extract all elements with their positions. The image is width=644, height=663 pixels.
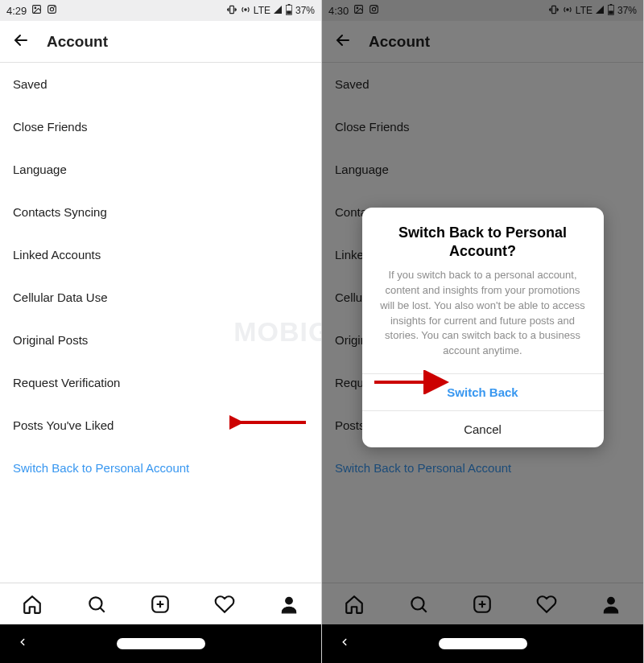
item-switch-back-personal[interactable]: Switch Back to Personal Account	[0, 447, 321, 489]
item-cellular-data-use[interactable]: Cellular Data Use	[0, 276, 321, 319]
android-back-icon[interactable]	[339, 636, 350, 651]
status-bar: 4:29 LTE 37%	[0, 0, 321, 21]
signal-icon	[273, 5, 283, 17]
svg-point-10	[89, 597, 101, 609]
svg-point-1	[35, 7, 36, 9]
item-close-friends[interactable]: Close Friends	[0, 105, 321, 148]
profile-icon[interactable]	[279, 594, 299, 615]
battery-pct: 37%	[295, 5, 315, 16]
image-icon	[31, 4, 42, 17]
svg-point-12	[286, 597, 293, 604]
item-linked-accounts[interactable]: Linked Accounts	[0, 233, 321, 276]
activity-icon[interactable]	[214, 594, 235, 615]
page-title: Account	[47, 33, 108, 51]
item-posts-youve-liked[interactable]: Posts You've Liked	[0, 404, 321, 447]
android-home-pill[interactable]	[117, 638, 205, 649]
confirm-modal: Switch Back to Personal Account? If you …	[362, 208, 604, 447]
item-saved[interactable]: Saved	[0, 63, 321, 105]
item-language[interactable]: Language	[0, 148, 321, 191]
svg-rect-8	[288, 4, 291, 5]
vibrate-icon	[226, 4, 237, 18]
bottom-tab-bar	[0, 583, 321, 624]
modal-switch-back-button[interactable]: Switch Back	[362, 373, 604, 410]
android-back-icon[interactable]	[17, 636, 28, 651]
back-icon[interactable]	[11, 31, 31, 53]
android-nav-bar	[0, 624, 321, 663]
item-request-verification[interactable]: Request Verification	[0, 361, 321, 404]
svg-point-4	[55, 6, 56, 7]
svg-point-6	[245, 8, 246, 10]
svg-point-3	[51, 7, 54, 10]
android-home-pill[interactable]	[439, 638, 527, 649]
instagram-icon	[47, 4, 57, 17]
network-label: LTE	[254, 5, 270, 16]
battery-icon	[285, 4, 293, 18]
svg-rect-9	[287, 10, 291, 14]
search-icon[interactable]	[86, 594, 107, 615]
android-nav-bar	[322, 624, 643, 663]
modal-title: Switch Back to Personal Account?	[362, 208, 604, 265]
item-original-posts[interactable]: Original Posts	[0, 319, 321, 361]
home-icon[interactable]	[22, 594, 43, 615]
screenshot-left: 4:29 LTE 37%	[0, 0, 322, 663]
item-contacts-syncing[interactable]: Contacts Syncing	[0, 191, 321, 233]
hotspot-icon	[240, 4, 251, 18]
settings-list[interactable]: Saved Close Friends Language Contacts Sy…	[0, 63, 321, 583]
modal-body: If you switch back to a personal account…	[362, 265, 604, 373]
modal-cancel-button[interactable]: Cancel	[362, 410, 604, 447]
svg-rect-5	[230, 6, 234, 13]
new-post-icon[interactable]	[150, 594, 171, 615]
status-time: 4:29	[6, 5, 27, 17]
page-header: Account	[0, 21, 321, 63]
screenshot-right: 4:30 LTE 37% Account Saved Close Friends…	[322, 0, 644, 663]
